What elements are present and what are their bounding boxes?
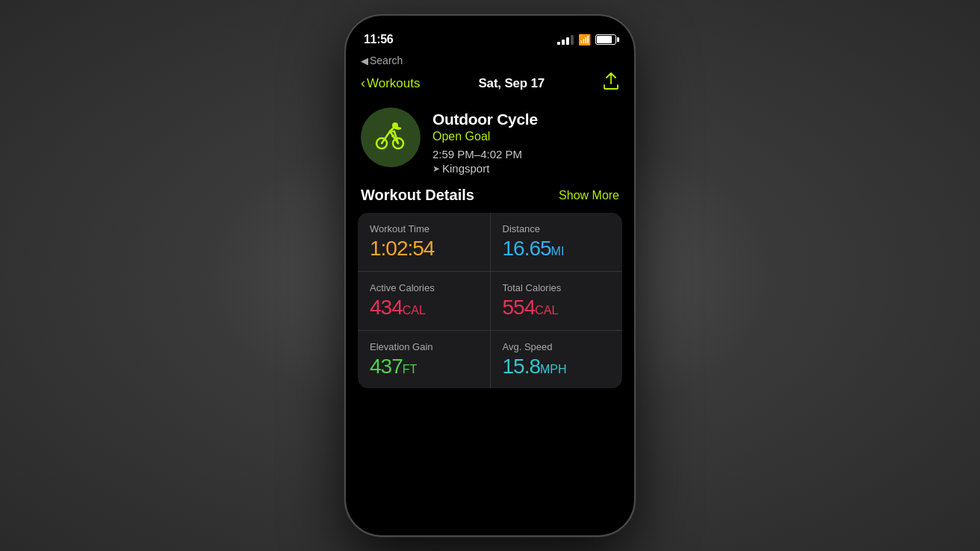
details-header: Workout Details Show More (358, 187, 622, 204)
signal-bar-1 (557, 42, 560, 45)
stat-speed-label: Avg. Speed (503, 341, 611, 352)
stat-elevation: Elevation Gain 437FT (358, 331, 491, 389)
phone-frame: 11:56 📶 ◀ S (344, 14, 636, 537)
share-button[interactable] (603, 72, 619, 94)
stat-total-cal-value: 554CAL (503, 296, 611, 320)
stat-elevation-label: Elevation Gain (370, 341, 478, 352)
stat-workout-time-label: Workout Time (370, 223, 478, 234)
stat-active-cal-number: 434 (370, 296, 403, 319)
svg-line-9 (395, 128, 399, 129)
stat-elevation-number: 437 (370, 355, 403, 378)
stat-active-calories: Active Calories 434CAL (358, 272, 491, 330)
search-back-label[interactable]: Search (370, 55, 403, 66)
status-time: 11:56 (364, 33, 393, 46)
stats-row-2: Active Calories 434CAL Total Calories 55… (358, 272, 622, 331)
signal-bar-2 (562, 40, 565, 45)
workout-goal: Open Goal (432, 130, 619, 143)
stat-active-cal-label: Active Calories (370, 282, 478, 293)
status-icons: 📶 (557, 34, 616, 46)
details-section: Workout Details Show More Workout Time 1… (346, 187, 634, 388)
stat-workout-time: Workout Time 1:02:54 (358, 213, 491, 271)
stat-active-cal-value: 434CAL (370, 296, 478, 320)
stat-speed-number: 15.8 (503, 355, 541, 378)
stat-distance: Distance 16.65MI (491, 213, 623, 271)
battery-icon (595, 34, 616, 45)
stat-total-cal-label: Total Calories (503, 282, 611, 293)
phone-screen: 11:56 📶 ◀ S (346, 16, 634, 535)
dynamic-island (445, 23, 535, 49)
svg-point-10 (391, 134, 394, 137)
workout-info: Outdoor Cycle Open Goal 2:59 PM–4:02 PM … (432, 108, 619, 175)
stat-workout-time-value: 1:02:54 (370, 237, 478, 261)
search-back-chevron: ◀ (361, 55, 368, 66)
stat-distance-unit: MI (551, 245, 565, 258)
stats-row-1: Workout Time 1:02:54 Distance 16.65MI (358, 213, 622, 272)
stat-avg-speed: Avg. Speed 15.8MPH (491, 331, 623, 389)
battery-fill (597, 36, 612, 43)
stat-distance-number: 16.65 (503, 237, 551, 260)
share-icon (603, 72, 619, 90)
power-button[interactable] (634, 143, 636, 187)
workout-time-range: 2:59 PM–4:02 PM (432, 148, 619, 161)
back-label: Workouts (367, 76, 421, 91)
stat-distance-value: 16.65MI (503, 237, 611, 261)
nav-bar: ‹ Workouts Sat, Sep 17 (346, 68, 634, 100)
back-button[interactable]: ‹ Workouts (361, 76, 421, 91)
signal-bar-4 (571, 35, 574, 45)
location-name: Kingsport (442, 162, 489, 175)
stat-active-cal-unit: CAL (403, 304, 426, 317)
workout-header: Outdoor Cycle Open Goal 2:59 PM–4:02 PM … (346, 100, 634, 187)
stat-speed-unit: MPH (540, 363, 567, 376)
signal-bar-3 (566, 37, 569, 45)
stat-total-calories: Total Calories 554CAL (491, 272, 623, 330)
search-back-row[interactable]: ◀ Search (361, 55, 619, 66)
back-chevron-icon: ‹ (361, 76, 365, 90)
show-more-button[interactable]: Show More (559, 189, 619, 202)
stat-elevation-value: 437FT (370, 355, 478, 379)
wifi-icon: 📶 (578, 34, 591, 46)
stat-speed-value: 15.8MPH (503, 355, 611, 379)
workout-icon (361, 108, 421, 167)
stat-total-cal-unit: CAL (535, 304, 558, 317)
details-title: Workout Details (361, 187, 474, 204)
location-arrow-icon: ➤ (432, 164, 440, 174)
stats-row-3: Elevation Gain 437FT Avg. Speed 15.8MPH (358, 331, 622, 389)
stats-grid: Workout Time 1:02:54 Distance 16.65MI (358, 213, 622, 388)
stat-workout-time-number: 1:02:54 (370, 237, 434, 260)
cycling-icon (372, 119, 409, 156)
workout-location: ➤ Kingsport (432, 162, 619, 175)
search-back-area: ◀ Search (346, 53, 634, 66)
workout-name: Outdoor Cycle (432, 110, 619, 128)
stat-total-cal-number: 554 (503, 296, 536, 319)
stat-elevation-unit: FT (403, 363, 418, 376)
page-title: Sat, Sep 17 (478, 76, 545, 91)
stat-distance-label: Distance (503, 223, 611, 234)
signal-icon (557, 35, 574, 45)
